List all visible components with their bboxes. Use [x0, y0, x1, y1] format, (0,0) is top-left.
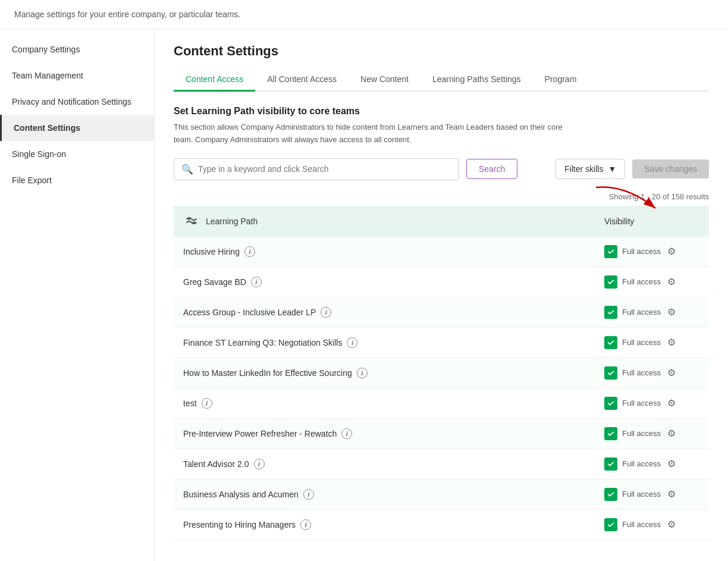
row-path: Finance ST Learning Q3: Negotiation Skil…	[183, 337, 604, 348]
access-label: Full access	[622, 520, 661, 529]
sidebar-item-file-export[interactable]: File Export	[0, 167, 154, 193]
section-description: This section allows Company Administrato…	[174, 121, 566, 146]
row-name: Presenting to Hiring Managers	[183, 520, 296, 529]
row-name: How to Master LinkedIn for Effective Sou…	[183, 368, 352, 378]
row-name: Business Analysis and Acumen	[183, 490, 299, 499]
sidebar-item-privacy-notification[interactable]: Privacy and Notification Settings	[0, 89, 154, 115]
access-icon	[604, 488, 617, 501]
row-path: Access Group - Inclusive Leader LP i	[183, 307, 604, 318]
svg-point-2	[193, 221, 195, 224]
row-visibility: Full access ⚙	[604, 275, 699, 289]
gear-icon[interactable]: ⚙	[666, 397, 677, 409]
access-icon	[604, 245, 617, 258]
info-icon[interactable]: i	[341, 428, 352, 439]
access-icon	[604, 427, 617, 440]
tab-all-content-access[interactable]: All Content Access	[255, 68, 349, 92]
table-row: Presenting to Hiring Managers i Full acc…	[174, 510, 709, 540]
tab-learning-paths-settings[interactable]: Learning Paths Settings	[421, 68, 533, 92]
filter-save-row: Filter skills ▼ Save changes	[556, 159, 709, 179]
access-label: Full access	[622, 429, 661, 438]
gear-icon[interactable]: ⚙	[666, 458, 677, 470]
info-icon[interactable]: i	[357, 368, 368, 378]
row-name: Inclusive Hiring	[183, 247, 240, 256]
access-icon	[604, 306, 617, 319]
table-row: Finance ST Learning Q3: Negotiation Skil…	[174, 328, 709, 358]
row-visibility: Full access ⚙	[604, 366, 699, 380]
gear-icon[interactable]: ⚙	[666, 519, 677, 531]
info-icon[interactable]: i	[321, 307, 331, 318]
filter-skills-dropdown[interactable]: Filter skills ▼	[556, 159, 625, 179]
svg-point-1	[188, 218, 190, 220]
gear-icon[interactable]: ⚙	[666, 276, 677, 288]
sidebar-item-company-settings[interactable]: Company Settings	[0, 36, 154, 62]
access-icon	[604, 275, 617, 289]
table-row: Inclusive Hiring i Full access ⚙	[174, 237, 709, 267]
tab-content-access[interactable]: Content Access	[174, 68, 255, 92]
table-row: Business Analysis and Acumen i Full acce…	[174, 479, 709, 510]
main-layout: Company Settings Team Management Privacy…	[0, 29, 728, 561]
access-icon	[604, 457, 617, 471]
row-path: Business Analysis and Acumen i	[183, 489, 604, 500]
access-icon	[604, 336, 617, 349]
table-row: test i Full access ⚙	[174, 388, 709, 419]
info-icon[interactable]: i	[254, 459, 265, 469]
row-visibility: Full access ⚙	[604, 518, 699, 531]
table-col-path: Learning Path	[183, 213, 604, 230]
filter-skills-label: Filter skills	[564, 164, 603, 174]
gear-icon[interactable]: ⚙	[666, 367, 677, 379]
access-label: Full access	[622, 459, 661, 468]
page-wrapper: Manage settings for your entire company,…	[0, 0, 728, 561]
table-row: Greg Savage BD i Full access ⚙	[174, 267, 709, 297]
results-count: Showing 1 - 20 of 158 results	[609, 192, 709, 201]
row-path: How to Master LinkedIn for Effective Sou…	[183, 368, 604, 378]
info-icon[interactable]: i	[300, 519, 311, 530]
table-header: Learning Path Visibility	[174, 206, 709, 237]
top-bar: Manage settings for your entire company,…	[0, 0, 728, 29]
row-visibility: Full access ⚙	[604, 397, 699, 410]
info-icon[interactable]: i	[347, 337, 357, 348]
row-path: Greg Savage BD i	[183, 277, 604, 287]
learning-path-header-icon	[183, 213, 200, 230]
gear-icon[interactable]: ⚙	[666, 488, 677, 500]
gear-icon[interactable]: ⚙	[666, 337, 677, 349]
info-icon[interactable]: i	[202, 398, 212, 409]
table-row: Pre-Interview Power Refresher - Rewatch …	[174, 419, 709, 449]
row-visibility: Full access ⚙	[604, 245, 699, 258]
gear-icon[interactable]: ⚙	[666, 428, 677, 440]
row-name: Pre-Interview Power Refresher - Rewatch	[183, 429, 337, 438]
info-icon[interactable]: i	[251, 277, 262, 287]
table-body: Inclusive Hiring i Full access ⚙ Greg Sa…	[174, 237, 709, 540]
sidebar: Company Settings Team Management Privacy…	[0, 29, 155, 561]
sidebar-item-content-settings[interactable]: Content Settings	[0, 115, 154, 141]
table-row: Access Group - Inclusive Leader LP i Ful…	[174, 297, 709, 328]
access-icon	[604, 366, 617, 380]
access-label: Full access	[622, 277, 661, 286]
row-visibility: Full access ⚙	[604, 427, 699, 440]
table-row: How to Master LinkedIn for Effective Sou…	[174, 358, 709, 388]
page-subtitle: Manage settings for your entire company,…	[14, 10, 714, 19]
info-icon[interactable]: i	[244, 246, 255, 257]
tab-new-content[interactable]: New Content	[349, 68, 421, 92]
gear-icon[interactable]: ⚙	[666, 306, 677, 318]
search-box: 🔍	[174, 158, 459, 180]
search-input[interactable]	[198, 164, 451, 174]
search-button[interactable]: Search	[466, 159, 517, 179]
access-label: Full access	[622, 490, 661, 499]
content-area: Content Settings Content Access All Cont…	[155, 29, 728, 561]
access-icon	[604, 397, 617, 410]
row-name: test	[183, 399, 197, 408]
save-changes-button[interactable]: Save changes	[632, 159, 709, 178]
access-label: Full access	[622, 247, 661, 256]
row-path: Talent Advisor 2.0 i	[183, 459, 604, 469]
row-name: Greg Savage BD	[183, 277, 246, 287]
info-icon[interactable]: i	[303, 489, 314, 500]
tab-program[interactable]: Program	[533, 68, 589, 92]
content-title: Content Settings	[174, 43, 709, 59]
gear-icon[interactable]: ⚙	[666, 246, 677, 258]
sidebar-item-team-management[interactable]: Team Management	[0, 62, 154, 89]
section-title: Set Learning Path visibility to core tea…	[174, 106, 709, 117]
sidebar-item-single-sign-on[interactable]: Single Sign-on	[0, 141, 154, 167]
tabs-bar: Content Access All Content Access New Co…	[174, 68, 709, 92]
results-container: Showing 1 - 20 of 158 results	[174, 192, 709, 201]
row-name: Finance ST Learning Q3: Negotiation Skil…	[183, 338, 342, 347]
